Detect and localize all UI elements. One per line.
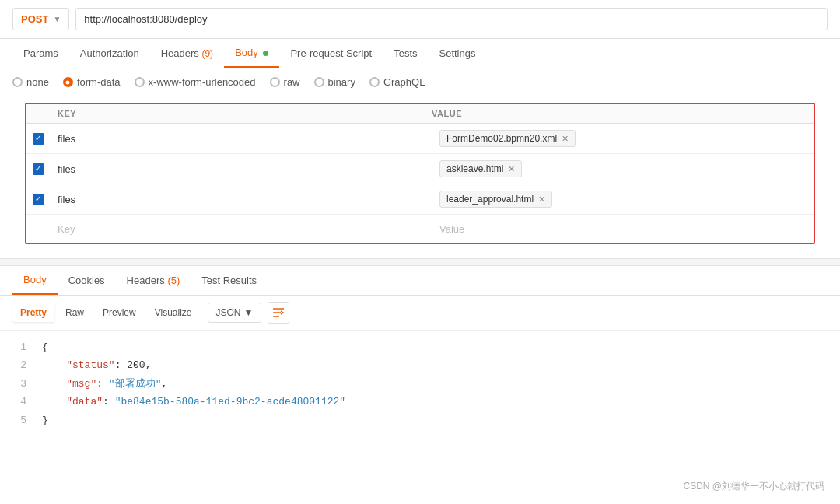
response-tab-test-results[interactable]: Test Results	[191, 267, 268, 294]
row1-key: files	[50, 127, 432, 151]
row3-key: files	[50, 187, 432, 212]
radio-raw-circle	[270, 77, 280, 87]
row1-checkbox[interactable]	[26, 127, 50, 151]
table-header: KEY VALUE	[26, 104, 814, 124]
key-col-header: KEY	[58, 109, 432, 118]
checkbox-checked-icon	[33, 163, 44, 175]
row2-value: askleave.html ✕	[432, 154, 814, 184]
preview-button[interactable]: Preview	[95, 303, 144, 322]
method-chevron-icon: ▼	[53, 15, 61, 23]
row3-value: leader_approval.html ✕	[432, 184, 814, 214]
tab-authorization[interactable]: Authorization	[69, 40, 150, 67]
radio-binary-circle	[314, 77, 324, 87]
checkbox-col-header	[34, 109, 58, 118]
code-line-3: 3 "msg": "部署成功",	[12, 375, 828, 393]
radio-binary[interactable]: binary	[314, 76, 355, 88]
code-line-2: 2 "status": 200,	[12, 356, 828, 374]
response-headers-badge: (5)	[167, 275, 180, 286]
key-placeholder[interactable]: Key	[50, 217, 432, 241]
code-content: }	[42, 411, 828, 429]
row2-checkbox[interactable]	[26, 157, 50, 181]
radio-form-data-circle	[63, 77, 73, 87]
code-content: {	[42, 338, 828, 356]
response-toolbar: Pretty Raw Preview Visualize JSON ▼	[0, 296, 840, 331]
radio-urlencoded-circle	[135, 77, 145, 87]
form-data-table: KEY VALUE files FormDemo02.bpmn20.xml ✕	[25, 103, 815, 244]
code-content: "data": "be84e15b-580a-11ed-9bc2-acde480…	[42, 393, 828, 411]
radio-graphql[interactable]: GraphQL	[369, 76, 425, 88]
remove-file-2-button[interactable]: ✕	[508, 164, 515, 174]
remove-file-1-button[interactable]: ✕	[562, 134, 569, 144]
code-line-1: 1 {	[12, 338, 828, 356]
response-tabs: Body Cookies Headers (5) Test Results	[0, 266, 840, 296]
radio-graphql-circle	[369, 77, 380, 87]
headers-badge: (9)	[201, 48, 213, 59]
checkbox-checked-icon	[33, 133, 44, 145]
response-code-area: 1 { 2 "status": 200, 3 "msg": "部署成功", 4 …	[0, 331, 840, 437]
radio-none[interactable]: none	[12, 76, 49, 88]
checkbox-checked-icon	[33, 194, 44, 205]
visualize-button[interactable]: Visualize	[147, 303, 200, 322]
code-line-4: 4 "data": "be84e15b-580a-11ed-9bc2-acde4…	[12, 393, 828, 411]
url-bar: POST ▼	[0, 0, 840, 39]
wrap-button[interactable]	[268, 302, 289, 324]
raw-button[interactable]: Raw	[58, 303, 92, 322]
table-row: files askleave.html ✕	[26, 154, 814, 184]
file-tag-3: leader_approval.html ✕	[439, 191, 552, 208]
radio-urlencoded[interactable]: x-www-form-urlencoded	[135, 76, 256, 88]
format-select[interactable]: JSON ▼	[208, 303, 262, 323]
line-number: 2	[12, 356, 26, 374]
radio-none-circle	[12, 77, 23, 87]
code-content: "msg": "部署成功",	[42, 375, 828, 393]
pretty-button[interactable]: Pretty	[12, 303, 54, 322]
format-chevron-icon: ▼	[244, 307, 254, 318]
value-col-header: VALUE	[432, 109, 806, 118]
response-tab-headers[interactable]: Headers (5)	[116, 267, 191, 294]
tab-tests[interactable]: Tests	[383, 40, 428, 67]
response-tab-cookies[interactable]: Cookies	[58, 267, 116, 294]
code-content: "status": 200,	[42, 356, 828, 374]
body-type-row: none form-data x-www-form-urlencoded raw…	[0, 68, 840, 96]
file-tag-2: askleave.html ✕	[439, 160, 522, 177]
tab-params[interactable]: Params	[12, 40, 69, 67]
radio-raw[interactable]: raw	[270, 76, 300, 88]
file-tag-1: FormDemo02.bpmn20.xml ✕	[439, 130, 576, 147]
row1-value: FormDemo02.bpmn20.xml ✕	[432, 124, 814, 153]
row2-key: files	[50, 157, 432, 181]
method-label: POST	[21, 13, 48, 25]
response-tab-body[interactable]: Body	[12, 266, 58, 295]
url-input[interactable]	[75, 8, 828, 30]
row3-checkbox[interactable]	[26, 187, 50, 212]
table-row: files FormDemo02.bpmn20.xml ✕	[26, 124, 814, 154]
radio-form-data[interactable]: form-data	[63, 76, 121, 88]
tab-body[interactable]: Body	[224, 39, 279, 68]
table-row: files leader_approval.html ✕	[26, 184, 814, 215]
body-dot-indicator	[263, 51, 268, 56]
tab-settings[interactable]: Settings	[429, 40, 487, 67]
line-number: 1	[12, 338, 26, 356]
tab-headers[interactable]: Headers (9)	[150, 40, 224, 67]
new-row-placeholder: Key Value	[26, 215, 814, 243]
section-divider	[0, 258, 840, 266]
main-tabs: Params Authorization Headers (9) Body Pr…	[0, 39, 840, 68]
line-number: 5	[12, 411, 26, 429]
code-line-5: 5 }	[12, 411, 828, 429]
value-placeholder[interactable]: Value	[432, 217, 814, 241]
remove-file-3-button[interactable]: ✕	[538, 194, 545, 205]
line-number: 4	[12, 393, 26, 411]
line-number: 3	[12, 375, 26, 393]
method-select[interactable]: POST ▼	[12, 8, 69, 30]
tab-pre-request-script[interactable]: Pre-request Script	[279, 40, 383, 67]
